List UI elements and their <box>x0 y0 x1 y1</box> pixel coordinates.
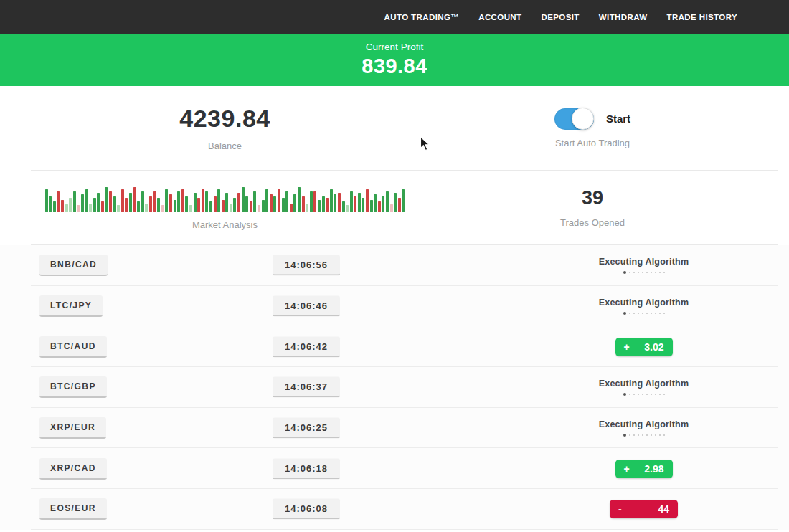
trades-opened-value: 39 <box>582 187 603 209</box>
chart-bar <box>338 193 341 212</box>
trade-row: XRP/EUR 14:06:25 Executing Algorithm <box>0 408 789 449</box>
pair-badge[interactable]: BNB/CAD <box>39 255 108 276</box>
chart-bar <box>326 198 329 212</box>
chart-bar <box>245 196 248 212</box>
pair-badge[interactable]: XRP/EUR <box>39 417 106 439</box>
nav-item[interactable]: DEPOSIT <box>542 13 580 22</box>
chart-bar <box>362 198 364 212</box>
chart-bar <box>366 189 369 212</box>
progress-dots <box>567 271 721 274</box>
time-badge[interactable]: 14:06:56 <box>273 255 340 276</box>
progress-dot <box>633 434 635 436</box>
chart-bar <box>194 193 197 212</box>
chart-bar <box>209 201 212 212</box>
time-badge[interactable]: 14:06:42 <box>273 336 340 357</box>
progress-dot <box>663 394 665 395</box>
progress-dot <box>659 394 661 395</box>
chart-bar <box>133 187 136 212</box>
progress-dot <box>651 313 652 314</box>
chart-bar <box>370 200 373 212</box>
result-sign: + <box>624 341 630 353</box>
chart-bar <box>374 194 377 212</box>
pair-badge[interactable]: BTC/AUD <box>39 336 107 358</box>
result-sign: - <box>618 503 622 515</box>
nav-item[interactable]: WITHDRAW <box>599 13 648 22</box>
chart-bar <box>386 191 389 212</box>
stats-row-balance: 4239.84 Balance Start Start Auto Trading <box>0 86 789 170</box>
chart-bar <box>230 204 232 212</box>
trade-row: LTC/JPY 14:06:46 Executing Algorithm <box>0 286 789 327</box>
chart-bar <box>117 205 120 212</box>
chart-bar <box>298 187 301 212</box>
chart-bar <box>318 200 321 212</box>
time-badge[interactable]: 14:06:18 <box>273 458 340 479</box>
progress-dot <box>655 313 656 314</box>
executing-algorithm-label: Executing Algorithm <box>567 419 721 429</box>
progress-dot <box>633 313 635 314</box>
chart-bar <box>57 191 60 212</box>
auto-trading-label: Start Auto Trading <box>555 138 630 148</box>
time-badge[interactable]: 14:06:25 <box>273 418 340 439</box>
progress-dot <box>642 272 643 273</box>
chart-bar <box>222 200 225 212</box>
time-badge[interactable]: 14:06:37 <box>273 377 340 398</box>
time-badge[interactable]: 14:06:46 <box>273 296 340 317</box>
progress-dots <box>567 434 721 437</box>
progress-dot <box>663 434 665 436</box>
progress-dot <box>638 434 639 436</box>
pair-badge[interactable]: XRP/CAD <box>39 458 107 480</box>
progress-dot <box>659 434 661 436</box>
progress-dot <box>646 394 648 395</box>
progress-dot <box>629 272 630 273</box>
chart-bar <box>313 191 316 212</box>
progress-dot <box>646 434 648 436</box>
chart-bar <box>61 200 64 212</box>
trade-row: BTC/GBP 14:06:37 Executing Algorithm <box>0 367 789 408</box>
chart-bar <box>129 193 132 212</box>
nav-item[interactable]: AUTO TRADING™ <box>384 13 460 22</box>
progress-dot <box>642 313 643 314</box>
chart-bar <box>242 187 245 212</box>
nav-item[interactable]: TRADE HISTORY <box>667 13 738 22</box>
chart-bar <box>205 191 208 212</box>
chart-bar <box>217 189 220 212</box>
trades-table: BNB/CAD 14:06:56 Executing Algorithm LTC… <box>0 245 789 530</box>
stats-row-market: Market Analysis 39 Trades Opened <box>0 171 789 244</box>
chart-bar <box>402 189 405 212</box>
progress-dot <box>633 272 635 273</box>
chart-bar <box>49 196 52 212</box>
chart-bar <box>85 189 88 212</box>
progress-dot <box>623 434 626 437</box>
chart-bar <box>45 189 48 212</box>
chart-bar <box>149 196 152 212</box>
auto-trading-toggle[interactable] <box>554 108 594 130</box>
chart-bar <box>169 194 172 212</box>
chart-bar <box>137 201 140 212</box>
trades-opened-label: Trades Opened <box>560 217 625 228</box>
pair-badge[interactable]: EOS/EUR <box>39 498 107 520</box>
chart-bar <box>278 189 280 212</box>
chart-bar <box>290 204 293 212</box>
chart-bar <box>250 201 252 212</box>
progress-dot <box>655 394 656 395</box>
progress-dot <box>623 271 626 274</box>
chart-bar <box>354 196 356 212</box>
pair-badge[interactable]: LTC/JPY <box>39 295 103 317</box>
trade-status: Executing Algorithm <box>567 257 721 274</box>
chart-bar <box>293 194 296 212</box>
chart-bar <box>394 193 397 212</box>
result-sign: + <box>624 463 630 475</box>
time-badge[interactable]: 14:06:08 <box>273 499 340 520</box>
progress-dot <box>642 394 643 395</box>
progress-dot <box>663 313 665 314</box>
nav-item[interactable]: ACCOUNT <box>478 13 521 22</box>
chart-bar <box>153 191 156 212</box>
progress-dot <box>633 394 635 395</box>
chart-bar <box>306 204 308 212</box>
chart-bar <box>185 196 188 212</box>
progress-dot <box>651 272 652 273</box>
progress-dot <box>646 272 648 273</box>
pair-badge[interactable]: BTC/GBP <box>39 376 107 398</box>
chart-bar <box>270 194 273 212</box>
chart-bar <box>253 191 256 212</box>
